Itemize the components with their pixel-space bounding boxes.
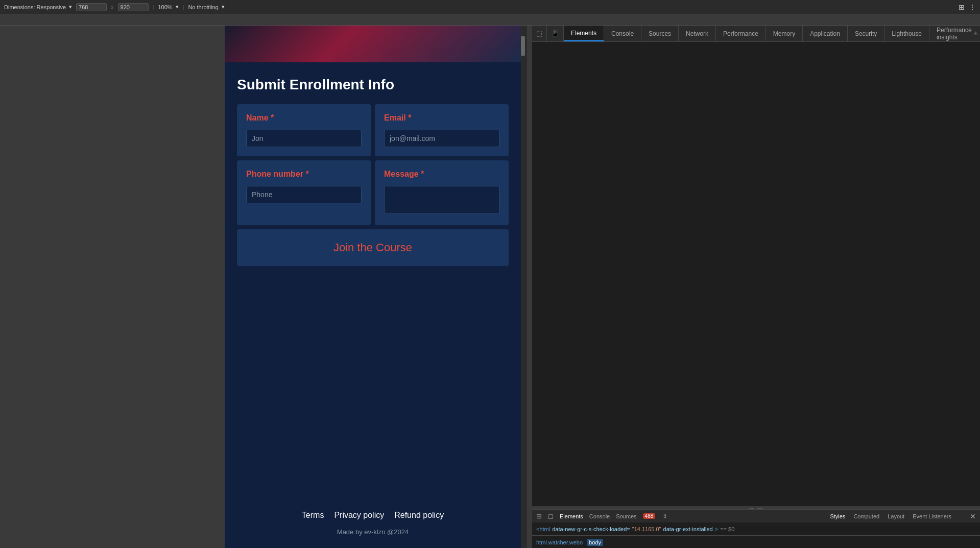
footer-credit: Made by ev-klzn @2024 bbox=[237, 528, 509, 536]
throttle-dropdown[interactable]: No throttling ▾ bbox=[188, 4, 224, 10]
responsive-label: Dimensions: Responsive bbox=[4, 4, 66, 10]
scrollbar-thumb[interactable] bbox=[521, 36, 525, 56]
responsive-mode-icon[interactable]: ⊞ bbox=[959, 3, 965, 11]
tab-performance-insights[interactable]: Performance insights ⚠ bbox=[929, 26, 980, 41]
tab-memory[interactable]: Memory bbox=[766, 26, 803, 41]
phone-input[interactable] bbox=[246, 186, 362, 203]
inspect-element-icon[interactable]: ◻ bbox=[548, 512, 554, 520]
form-bottom-row: Phone number * Message * bbox=[237, 160, 509, 225]
name-label: Name * bbox=[246, 113, 362, 123]
devtools-content bbox=[532, 42, 980, 506]
tab-network[interactable]: Network bbox=[679, 26, 716, 41]
tab-layout[interactable]: Layout bbox=[883, 513, 909, 519]
tab-security[interactable]: Security bbox=[848, 26, 885, 41]
selector-indicator: == $0 bbox=[720, 526, 734, 532]
html-tag: <html bbox=[536, 526, 550, 532]
tab-performance-label: Performance bbox=[723, 30, 758, 37]
bottom-tab-elements-label: Elements bbox=[560, 513, 583, 519]
dimension-height[interactable] bbox=[118, 3, 149, 11]
toolbar-sep-3: | bbox=[183, 4, 184, 10]
watcher-item-body[interactable]: body bbox=[587, 539, 603, 546]
more-options-icon[interactable]: ⋮ bbox=[969, 3, 976, 11]
footer-links: Terms Privacy policy Refund policy bbox=[237, 511, 509, 520]
device-icon: 📱 bbox=[551, 30, 559, 37]
toolbar-sep-2: | bbox=[153, 4, 154, 10]
name-field-card: Name * bbox=[237, 104, 371, 156]
tab-console-label: Console bbox=[611, 30, 634, 37]
height-input[interactable] bbox=[118, 3, 149, 11]
page-scrollbar[interactable] bbox=[521, 26, 527, 548]
main-area: Submit Enrollment Info Name * Email * P bbox=[0, 26, 980, 548]
devtools-device-icon[interactable]: 📱 bbox=[547, 26, 564, 41]
message-field-card: Message * bbox=[375, 160, 509, 225]
body-breadcrumb: data-new-gr-c-s-check-loaded= bbox=[552, 526, 630, 532]
width-input[interactable] bbox=[76, 3, 107, 11]
tab-event-listeners[interactable]: Event Listeners bbox=[909, 513, 955, 519]
bottom-tab-console[interactable]: Console bbox=[589, 513, 610, 519]
page-footer: Terms Privacy policy Refund policy Made … bbox=[225, 495, 521, 548]
tab-elements[interactable]: Elements bbox=[564, 26, 604, 41]
privacy-link[interactable]: Privacy policy bbox=[334, 511, 384, 520]
devtools-toggle-icon[interactable]: ⬚ bbox=[532, 26, 547, 41]
watcher-item-html[interactable]: html.watcher.webo bbox=[536, 539, 583, 545]
left-gutter bbox=[0, 26, 225, 548]
tab-computed[interactable]: Computed bbox=[849, 513, 883, 519]
bottom-tab-console-label: Console bbox=[589, 513, 610, 519]
tab-styles[interactable]: Styles bbox=[826, 513, 849, 519]
tab-application[interactable]: Application bbox=[803, 26, 848, 41]
submit-row: Join the Course bbox=[237, 229, 509, 266]
form-section: Submit Enrollment Info Name * Email * P bbox=[225, 62, 521, 495]
dimension-width[interactable] bbox=[76, 3, 107, 11]
zoom-dropdown[interactable]: 100% ▾ bbox=[158, 4, 178, 10]
message-textarea[interactable] bbox=[384, 186, 499, 214]
form-top-row: Name * Email * bbox=[237, 104, 509, 156]
tab-application-label: Application bbox=[810, 30, 840, 37]
chevron-down-icon-zoom: ▾ bbox=[176, 4, 179, 10]
responsive-dropdown[interactable]: Dimensions: Responsive ▾ bbox=[4, 4, 72, 10]
toolbar-right-icons: ⊞ ⋮ bbox=[959, 3, 976, 11]
throttle-label: No throttling bbox=[188, 4, 218, 10]
hero-image bbox=[225, 26, 521, 62]
submit-button-label: Join the Course bbox=[333, 241, 412, 254]
devtools-bottom-bar: ⊞ ◻ Elements Console Sources 488 3 Style… bbox=[532, 509, 980, 522]
zoom-label: 100% bbox=[158, 4, 172, 10]
phone-field-card: Phone number * bbox=[237, 160, 371, 225]
chevron-down-icon: ▾ bbox=[69, 4, 72, 10]
ruler bbox=[0, 14, 980, 26]
warning-count[interactable]: 3 bbox=[661, 513, 668, 519]
tab-network-label: Network bbox=[686, 30, 708, 37]
performance-insights-icon: ⚠ bbox=[973, 31, 978, 36]
submit-button[interactable]: Join the Course bbox=[237, 229, 509, 266]
inspector-icon: ⬚ bbox=[536, 30, 542, 37]
bottom-tab-elements[interactable]: Elements bbox=[560, 513, 583, 519]
bottom-tab-sources[interactable]: Sources bbox=[616, 513, 636, 519]
email-label: Email * bbox=[384, 113, 499, 123]
form-title: Submit Enrollment Info bbox=[237, 77, 509, 93]
attr-value: "14.1165.0" bbox=[632, 526, 661, 532]
terms-link[interactable]: Terms bbox=[302, 511, 324, 520]
tab-sources[interactable]: Sources bbox=[641, 26, 679, 41]
tab-security-label: Security bbox=[855, 30, 877, 37]
close-tag: > bbox=[715, 526, 718, 532]
email-field-card: Email * bbox=[375, 104, 509, 156]
email-input[interactable] bbox=[384, 130, 499, 147]
dimension-separator: x bbox=[111, 4, 114, 10]
refund-link[interactable]: Refund policy bbox=[394, 511, 444, 520]
tab-console[interactable]: Console bbox=[604, 26, 641, 41]
watcher-bar: html.watcher.webo body bbox=[532, 536, 980, 548]
tab-lighthouse[interactable]: Lighthouse bbox=[885, 26, 929, 41]
error-count[interactable]: 488 bbox=[643, 513, 656, 519]
tab-memory-label: Memory bbox=[773, 30, 795, 37]
close-devtools-icon[interactable]: ✕ bbox=[970, 512, 976, 520]
name-input[interactable] bbox=[246, 130, 362, 147]
dock-icon[interactable]: ⊞ bbox=[536, 512, 542, 520]
tab-lighthouse-label: Lighthouse bbox=[892, 30, 922, 37]
dom-tree bbox=[532, 42, 980, 506]
devtools-panel: ⬚ 📱 Elements Console Sources Network Per… bbox=[532, 26, 980, 548]
right-panel-tabs: Styles Computed Layout Event Listeners bbox=[822, 513, 960, 519]
tab-sources-label: Sources bbox=[649, 30, 671, 37]
tab-elements-label: Elements bbox=[571, 30, 596, 37]
browser-toolbar: Dimensions: Responsive ▾ x | 100% ▾ | No… bbox=[0, 0, 980, 14]
tab-performance[interactable]: Performance bbox=[716, 26, 766, 41]
attr2-name: data-gr-ext-installed bbox=[663, 526, 713, 532]
